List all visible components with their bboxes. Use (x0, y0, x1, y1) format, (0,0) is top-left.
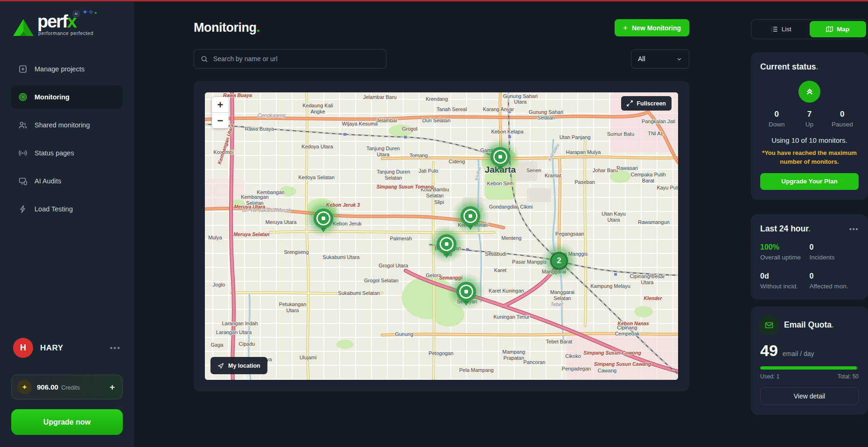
map-canvas[interactable]: JakartaJelambar BaruKrendangTanah Sereal… (205, 92, 678, 380)
user-name: HARY (40, 343, 63, 353)
svg-text:Utara: Utara (287, 307, 300, 313)
svg-text:Karet Kuningan: Karet Kuningan (489, 288, 524, 293)
svg-text:Selatan: Selatan (553, 295, 571, 301)
svg-text:Senen: Senen (526, 168, 541, 173)
view-toggle: List Map (751, 19, 868, 39)
svg-text:Tebet: Tebet (550, 301, 563, 307)
zoom-in-button[interactable]: + (212, 97, 229, 112)
credits-label: Credits (61, 384, 80, 391)
target-icon (18, 92, 28, 102)
sidebar-item-load-testing[interactable]: Load Testing (11, 197, 123, 221)
list-view-button[interactable]: List (753, 21, 810, 37)
sidebar-item-label: Load Testing (35, 205, 73, 213)
avatar: H (13, 338, 33, 358)
svg-text:Gondangdia: Gondangdia (489, 204, 518, 210)
svg-text:Tomang: Tomang (409, 153, 427, 158)
double-chevron-up-icon (805, 87, 815, 97)
sidebar-item-shared-monitoring[interactable]: Shared monitoring (11, 113, 123, 137)
stat-up: 7 Up (793, 110, 826, 128)
svg-text:Tanah Sereal: Tanah Sereal (437, 106, 467, 112)
logo-sparkles-icon: ✦✧✦ (82, 8, 98, 16)
svg-text:Cawang: Cawang (598, 368, 616, 373)
svg-text:Duri Selatan: Duri Selatan (422, 118, 451, 123)
upgrade-plan-button[interactable]: Upgrade Your Plan (760, 173, 859, 190)
svg-text:Setiabudi: Setiabudi (485, 251, 506, 257)
email-quota-value: 49 (760, 342, 778, 360)
credits-card[interactable]: ✦ 906.00 Credits + (11, 375, 123, 399)
svg-text:Grogol Selatan: Grogol Selatan (364, 278, 398, 283)
svg-text:Selatan: Selatan (426, 193, 443, 198)
svg-text:Cideng: Cideng (449, 159, 465, 164)
svg-text:Gaga: Gaga (211, 342, 224, 348)
search-box[interactable] (194, 49, 386, 69)
sidebar-item-ai-audits[interactable]: AI Audits (11, 169, 123, 193)
svg-text:Slipi: Slipi (434, 199, 444, 205)
svg-text:Gunung Sahari: Gunung Sahari (503, 93, 538, 99)
svg-text:Mulya: Mulya (208, 235, 222, 240)
email-quota-progress (760, 366, 859, 370)
new-monitoring-button[interactable]: + New Monitoring (615, 19, 689, 36)
marker-pin-icon (490, 147, 510, 167)
svg-text:Larangan Indah: Larangan Indah (222, 321, 258, 326)
my-location-button[interactable]: My location (210, 357, 267, 374)
zoom-out-button[interactable]: − (212, 113, 229, 128)
svg-text:Tanjung Duren: Tanjung Duren (377, 169, 410, 175)
envelope-icon (764, 321, 774, 330)
svg-text:Kedoya Utara: Kedoya Utara (301, 144, 333, 149)
sidebar-item-monitoring[interactable]: Monitoring (11, 85, 123, 109)
map-zoom-control: + − (212, 97, 229, 128)
users-icon (18, 120, 28, 130)
svg-text:Ulujami: Ulujami (300, 355, 317, 360)
filter-dropdown[interactable]: All (631, 49, 689, 69)
svg-text:Cempedak: Cempedak (615, 331, 640, 336)
navigation-arrow-icon (217, 363, 224, 369)
monitor-limit-warning: *You have reached the maximum number of … (760, 149, 859, 167)
map-card: JakartaJelambar BaruKrendangTanah Sereal… (194, 81, 689, 391)
svg-text:Kampung Melayu: Kampung Melayu (590, 283, 630, 289)
svg-text:Harapan Mulya: Harapan Mulya (566, 149, 601, 155)
map-view-button[interactable]: Map (810, 21, 867, 37)
svg-text:Utan Panjang: Utan Panjang (560, 134, 591, 140)
svg-text:Manggarai: Manggarai (550, 289, 574, 295)
svg-text:Kedoya Selatan: Kedoya Selatan (298, 175, 335, 180)
bolt-icon (18, 204, 28, 214)
view-detail-button[interactable]: View detail (760, 387, 859, 405)
sparkle-icon: ✦ (17, 380, 32, 394)
svg-text:Karet: Karet (494, 267, 506, 273)
svg-text:Jelambar Baru: Jelambar Baru (363, 94, 397, 100)
svg-text:Angke: Angke (310, 109, 325, 114)
svg-text:Sukabumi Utara: Sukabumi Utara (323, 254, 360, 260)
upgrade-now-button[interactable]: Upgrade now (11, 409, 123, 435)
svg-text:Paseban: Paseban (574, 179, 595, 185)
sidebar-nav: Manage projects Monitoring Shared monito… (11, 57, 123, 225)
logo-ai-badge: AI (73, 11, 79, 17)
search-input[interactable] (213, 55, 379, 63)
sidebar-item-label: Shared monitoring (35, 121, 90, 129)
svg-text:Karang Anyar: Karang Anyar (483, 106, 514, 112)
marker-pin-icon (456, 282, 476, 301)
svg-text:Rawa Buaya: Rawa Buaya (245, 126, 274, 132)
email-total-label: Total: 50 (838, 373, 859, 380)
svg-text:Grogol: Grogol (402, 126, 417, 132)
add-credits-button[interactable]: + (110, 382, 115, 392)
sidebar-item-label: Status pages (35, 149, 74, 157)
map-icon (826, 26, 833, 33)
svg-text:Joglo: Joglo (213, 282, 225, 287)
right-panel: List Map Current status. 0 Down (751, 1, 868, 447)
stat-affected-monitors: 0 Affected mon. (810, 272, 859, 290)
svg-text:Jelambar: Jelambar (376, 118, 398, 123)
fullscreen-button[interactable]: Fullscreen (621, 96, 672, 111)
sidebar-item-manage-projects[interactable]: Manage projects (11, 57, 123, 81)
svg-text:Kedaung Kali: Kedaung Kali (302, 103, 333, 108)
app-logo[interactable]: perfx performance perfected ✦✧✦ AI (13, 14, 123, 36)
user-menu-dots-icon[interactable]: ••• (110, 343, 121, 353)
logo-triangle-icon (13, 19, 34, 36)
card-menu-dots-icon[interactable]: ••• (849, 225, 859, 233)
svg-text:Wijaya Kesuma: Wijaya Kesuma (342, 121, 378, 126)
stat-down: 0 Down (760, 110, 793, 128)
sidebar-item-label: Manage projects (35, 65, 84, 73)
svg-text:Tanjung Duren: Tanjung Duren (366, 146, 400, 151)
user-profile[interactable]: H HARY ••• (13, 338, 121, 358)
svg-text:Selatan: Selatan (537, 115, 554, 120)
sidebar-item-status-pages[interactable]: Status pages (11, 141, 123, 165)
